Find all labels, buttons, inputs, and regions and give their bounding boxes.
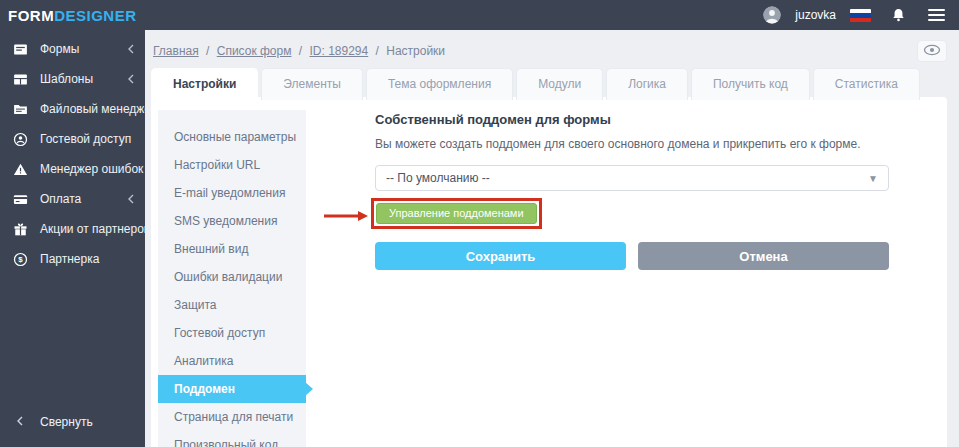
hamburger-menu-icon[interactable]	[928, 9, 945, 21]
chevron-down-icon: ▼	[868, 173, 878, 184]
sidebar-item-payment[interactable]: Оплата	[0, 184, 145, 214]
sidebar-item-guest-access[interactable]: Гостевой доступ	[0, 124, 145, 154]
sidebar-item-label: Акции от партнеров	[40, 222, 150, 236]
subdomain-settings-panel: Собственный поддомен для формы Вы можете…	[306, 97, 947, 447]
sidebar-item-label: Менеджер ошибок	[40, 162, 143, 176]
sidebar-collapse-button[interactable]: Свернуть	[0, 409, 145, 435]
breadcrumb-separator: /	[299, 44, 302, 58]
folder-icon	[12, 101, 28, 117]
submenu-item-subdomain[interactable]: Поддомен	[158, 375, 306, 403]
sidebar-item-affiliate[interactable]: $ Партнерка	[0, 244, 145, 274]
action-buttons-row: Сохранить Отмена	[375, 242, 889, 270]
collapse-label: Свернуть	[40, 415, 93, 429]
tab-elements[interactable]: Элементы	[261, 68, 363, 100]
subdomain-select-value: -- По умолчанию --	[386, 171, 490, 185]
annotation-wrap: Управление поддоменами	[371, 198, 542, 229]
app-logo[interactable]: FORMDESIGNER	[8, 7, 137, 24]
submenu-item-appearance[interactable]: Внешний вид	[158, 235, 306, 263]
breadcrumb-row: Главная / Список форм / ID: 189294 / Нас…	[145, 30, 959, 68]
breadcrumb-current: Настройки	[386, 44, 445, 58]
header-user-area: juzovka	[763, 6, 945, 24]
submenu-item-email-notifications[interactable]: E-mail уведомления	[158, 179, 306, 207]
subdomain-select[interactable]: -- По умолчанию -- ▼	[375, 165, 889, 191]
breadcrumb-separator: /	[206, 44, 209, 58]
tab-logic[interactable]: Логика	[606, 68, 688, 100]
svg-text:$: $	[18, 255, 23, 264]
annotation-highlight-box: Управление поддоменами	[371, 198, 542, 229]
chevron-left-icon	[127, 44, 135, 54]
settings-card: Основные параметры Настройки URL E-mail …	[151, 97, 947, 447]
annotation-arrow	[324, 208, 368, 226]
avatar[interactable]	[763, 6, 781, 24]
templates-icon	[12, 71, 28, 87]
sidebar-item-label: Гостевой доступ	[40, 132, 135, 146]
breadcrumb: Главная / Список форм / ID: 189294 / Нас…	[153, 44, 445, 58]
submenu-item-protection[interactable]: Защита	[158, 291, 306, 319]
submenu-item-validation-errors[interactable]: Ошибки валидации	[158, 263, 306, 291]
sidebar-item-partner-promos[interactable]: Акции от партнеров	[0, 214, 145, 244]
breadcrumb-link-forms-list[interactable]: Список форм	[217, 44, 292, 58]
sidebar-item-label: Партнерка	[40, 252, 135, 266]
sidebar-item-error-manager[interactable]: Менеджер ошибок	[0, 154, 145, 184]
sidebar-item-label: Оплата	[40, 192, 115, 206]
logo-text-form: FORM	[8, 7, 54, 24]
tab-theme[interactable]: Тема оформления	[366, 68, 513, 100]
guest-icon	[12, 131, 28, 147]
submenu-item-custom-code[interactable]: Произвольный код	[158, 431, 306, 447]
logo-text-designer: DESIGNER	[54, 7, 136, 24]
sidebar-item-label: Шаблоны	[40, 72, 115, 86]
breadcrumb-link-home[interactable]: Главная	[153, 44, 199, 58]
submenu-item-print-page[interactable]: Страница для печати	[158, 403, 306, 431]
preview-eye-button[interactable]	[917, 40, 947, 62]
sidebar-item-label: Файловый менеджер	[40, 102, 158, 116]
sidebar-item-forms[interactable]: Формы	[0, 34, 145, 64]
submenu-item-guest-access[interactable]: Гостевой доступ	[158, 319, 306, 347]
tab-modules[interactable]: Модули	[516, 68, 603, 100]
submenu-item-url-settings[interactable]: Настройки URL	[158, 151, 306, 179]
chevron-left-icon	[127, 194, 135, 204]
form-icon	[12, 41, 28, 57]
page-title: Собственный поддомен для формы	[375, 112, 889, 127]
chevron-left-icon	[127, 74, 135, 84]
chevron-left-icon	[16, 415, 24, 429]
top-header: FORMDESIGNER juzovka	[0, 0, 959, 30]
submenu-item-basic-params[interactable]: Основные параметры	[158, 123, 306, 151]
payment-icon	[12, 191, 28, 207]
tab-statistics[interactable]: Статистика	[813, 68, 920, 100]
settings-submenu: Основные параметры Настройки URL E-mail …	[158, 110, 306, 447]
bell-icon[interactable]	[891, 7, 906, 23]
manage-subdomains-button[interactable]: Управление поддоменами	[376, 203, 537, 224]
breadcrumb-separator: /	[376, 44, 379, 58]
sidebar-item-templates[interactable]: Шаблоны	[0, 64, 145, 94]
main-area: Главная / Список форм / ID: 189294 / Нас…	[145, 30, 959, 447]
partner-icon: $	[12, 251, 28, 267]
tab-bar: Настройки Элементы Тема оформления Модул…	[145, 68, 959, 100]
save-button[interactable]: Сохранить	[375, 242, 626, 270]
gift-icon	[12, 221, 28, 237]
submenu-item-sms-notifications[interactable]: SMS уведомления	[158, 207, 306, 235]
tab-get-code[interactable]: Получить код	[691, 68, 810, 100]
breadcrumb-link-form-id[interactable]: ID: 189294	[309, 44, 368, 58]
sidebar-item-file-manager[interactable]: Файловый менеджер	[0, 94, 145, 124]
russia-flag-icon[interactable]	[850, 9, 871, 22]
sidebar: Формы Шаблоны Файловый менеджер Гостевой…	[0, 30, 145, 447]
sidebar-item-label: Формы	[40, 42, 115, 56]
submenu-item-analytics[interactable]: Аналитика	[158, 347, 306, 375]
description-text: Вы можете создать поддомен для своего ос…	[375, 137, 889, 151]
tab-settings[interactable]: Настройки	[151, 68, 258, 100]
eye-icon	[923, 44, 941, 59]
cancel-button[interactable]: Отмена	[638, 242, 889, 270]
username[interactable]: juzovka	[795, 8, 836, 22]
error-icon	[12, 161, 28, 177]
